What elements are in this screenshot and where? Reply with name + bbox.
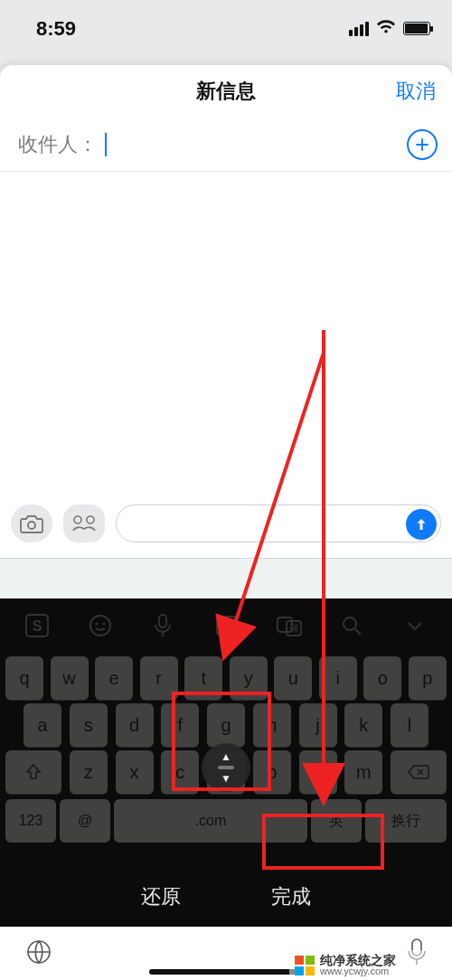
send-button[interactable] xyxy=(406,509,437,540)
camera-button[interactable] xyxy=(11,504,52,542)
message-input[interactable] xyxy=(116,504,441,542)
watermark-logo-icon xyxy=(295,956,315,975)
kb-done-button[interactable]: 完成 xyxy=(271,883,311,910)
recipient-input[interactable] xyxy=(103,132,407,156)
page-title: 新信息 xyxy=(196,78,256,105)
cancel-button[interactable]: 取消 xyxy=(396,78,436,105)
apps-button[interactable] xyxy=(63,504,105,542)
status-bar: 8:59 xyxy=(0,0,452,50)
globe-icon[interactable] xyxy=(25,938,52,969)
battery-icon xyxy=(403,22,430,35)
watermark-url: www.ycwjy.com xyxy=(320,966,396,976)
apps-icon xyxy=(71,514,97,533)
keyboard-accessory xyxy=(0,558,452,598)
camera-icon xyxy=(20,514,43,533)
annotation-box-handle xyxy=(172,692,271,791)
svg-point-0 xyxy=(28,522,35,529)
wifi-icon xyxy=(376,20,396,38)
status-right xyxy=(349,20,430,38)
recipient-row: 收件人： xyxy=(0,118,452,172)
compose-navbar: 新信息 取消 xyxy=(0,65,452,118)
clock: 8:59 xyxy=(36,17,76,41)
cell-signal-icon xyxy=(349,22,369,36)
compose-toolbar xyxy=(0,494,452,555)
watermark-title: 纯净系统之家 xyxy=(320,954,396,966)
arrow-up-icon xyxy=(413,516,429,532)
add-recipient-button[interactable] xyxy=(407,129,438,160)
recipient-label: 收件人： xyxy=(18,131,98,158)
annotation-box-done xyxy=(262,814,384,870)
plus-icon xyxy=(414,137,430,153)
kb-reset-button[interactable]: 还原 xyxy=(141,883,181,910)
watermark: 纯净系统之家 www.ycwjy.com xyxy=(289,950,452,980)
home-indicator[interactable] xyxy=(149,969,303,975)
